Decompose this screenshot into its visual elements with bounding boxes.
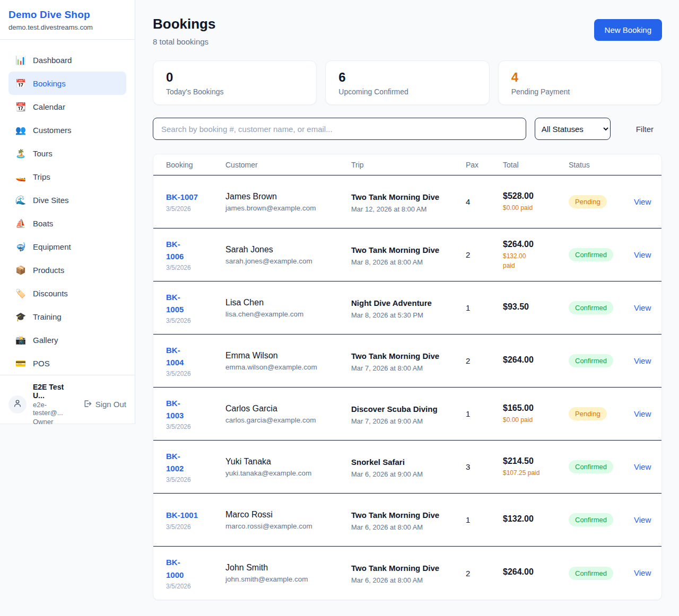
customer-cell: Carlos Garcia carlos.garcia@example.com — [225, 404, 351, 424]
trip-name: Snorkel Safari — [351, 456, 441, 469]
sidebar-item-customers[interactable]: 👥 Customers — [8, 118, 126, 142]
total-amount: $165.00 — [503, 403, 569, 413]
column-header-pax: Pax — [466, 161, 503, 169]
customer-name: Yuki Tanaka — [225, 457, 351, 467]
booking-id-link[interactable]: BK- 1003 — [166, 397, 184, 422]
booking-date: 3/5/2026 — [166, 370, 225, 377]
booking-id-link[interactable]: BK- 1002 — [166, 450, 184, 475]
total-amount: $528.00 — [503, 191, 569, 201]
customer-email: yuki.tanaka@example.com — [225, 469, 351, 477]
status-filter-select[interactable]: All Statuses — [535, 118, 611, 140]
table-row: BK- 1000 3/5/2026 John Smith john.smith@… — [153, 547, 661, 600]
trip-datetime: Mar 8, 2026 at 5:30 PM — [351, 311, 466, 319]
customer-name: Sarah Jones — [225, 245, 351, 254]
filter-button[interactable]: Filter — [619, 125, 662, 134]
booking-id-link[interactable]: BK-1001 — [166, 509, 198, 521]
trip-name: Discover Scuba Diving — [351, 403, 441, 416]
total-cell: $165.00 $0.00 paid — [503, 403, 569, 425]
status-cell: Confirmed — [569, 354, 634, 367]
customer-cell: Emma Wilson emma.wilson@example.com — [225, 351, 351, 371]
pax-count: 1 — [466, 303, 503, 312]
trip-name: Two Tank Morning Dive — [351, 562, 441, 575]
sidebar-item-dashboard[interactable]: 📊 Dashboard — [8, 48, 126, 72]
search-input[interactable] — [153, 118, 526, 140]
status-badge: Pending — [569, 407, 607, 420]
view-link[interactable]: View — [634, 409, 651, 418]
total-amount: $264.00 — [503, 355, 569, 365]
view-link[interactable]: View — [634, 197, 651, 206]
total-cell: $264.00 — [503, 355, 569, 367]
view-link[interactable]: View — [634, 356, 651, 365]
customer-cell: Yuki Tanaka yuki.tanaka@example.com — [225, 457, 351, 477]
page-title: Bookings — [153, 16, 215, 32]
customer-email: marco.rossi@example.com — [225, 522, 351, 530]
paid-amount: $0.00 paid — [503, 415, 561, 425]
sidebar-item-discounts[interactable]: 🏷️ Discounts — [8, 281, 126, 305]
stat-card-today: 0 Today's Bookings — [153, 60, 317, 105]
booking-id-link[interactable]: BK- 1004 — [166, 344, 184, 369]
view-link[interactable]: View — [634, 568, 651, 577]
trip-cell: Two Tank Morning Dive Mar 6, 2026 at 8:0… — [351, 509, 466, 531]
actions-cell: View — [634, 303, 651, 313]
sidebar-item-dive-sites[interactable]: 🌊 Dive Sites — [8, 188, 126, 212]
customer-name: Carlos Garcia — [225, 404, 351, 413]
trip-name: Two Tank Morning Dive — [351, 509, 441, 522]
view-link[interactable]: View — [634, 303, 651, 312]
customer-email: emma.wilson@example.com — [225, 363, 351, 371]
table-row: BK-1007 3/5/2026 James Brown james.brown… — [153, 175, 661, 228]
booking-date: 3/5/2026 — [166, 476, 225, 483]
booking-cell: BK- 1005 3/5/2026 — [166, 291, 225, 325]
view-link[interactable]: View — [634, 250, 651, 259]
customer-cell: James Brown james.brown@example.com — [225, 192, 351, 212]
view-link[interactable]: View — [634, 462, 651, 471]
customer-name: James Brown — [225, 192, 351, 201]
sidebar-item-pos[interactable]: 💳 POS — [8, 351, 126, 375]
pax-count: 2 — [466, 569, 503, 578]
status-badge: Confirmed — [569, 354, 613, 367]
new-booking-button[interactable]: New Booking — [594, 19, 662, 41]
island-icon: 🏝️ — [15, 148, 26, 159]
sign-out-button[interactable]: Sign Out — [83, 399, 126, 410]
booking-id-link[interactable]: BK-1007 — [166, 191, 198, 203]
trip-datetime: Mar 7, 2026 at 8:00 AM — [351, 364, 466, 372]
customer-name: Marco Rossi — [225, 510, 351, 520]
sidebar-item-products[interactable]: 📦 Products — [8, 258, 126, 281]
sidebar-item-equipment[interactable]: 🤿 Equipment — [8, 235, 126, 258]
wave-icon: 🌊 — [15, 195, 26, 205]
booking-id-link[interactable]: BK- 1005 — [166, 291, 184, 316]
column-header-booking: Booking — [166, 161, 225, 169]
booking-date: 3/5/2026 — [166, 317, 225, 324]
view-link[interactable]: View — [634, 515, 651, 524]
sidebar-item-gallery[interactable]: 📸 Gallery — [8, 328, 126, 351]
customer-cell: Sarah Jones sarah.jones@example.com — [225, 245, 351, 265]
sidebar-item-boats[interactable]: ⛵ Boats — [8, 212, 126, 235]
sidebar-item-training[interactable]: 🎓 Training — [8, 305, 126, 328]
customer-name: John Smith — [225, 563, 351, 573]
filter-bar: All Statuses Filter — [153, 118, 662, 140]
column-header-total: Total — [503, 161, 569, 169]
brand-header: Demo Dive Shop demo.test.divestreams.com — [0, 0, 135, 40]
user-email: e2e-tester@... — [33, 401, 76, 417]
status-badge: Confirmed — [569, 567, 613, 580]
sidebar-item-bookings[interactable]: 📅 Bookings — [8, 72, 126, 95]
table-row: BK- 1003 3/5/2026 Carlos Garcia carlos.g… — [153, 388, 661, 441]
sidebar-item-calendar[interactable]: 📆 Calendar — [8, 95, 126, 118]
user-footer: E2E Test U... e2e-tester@... Owner Sign … — [0, 375, 135, 434]
nav-label: Gallery — [33, 336, 58, 345]
nav-label: Boats — [33, 219, 53, 228]
booking-id-link[interactable]: BK- 1006 — [166, 238, 184, 263]
sidebar-item-tours[interactable]: 🏝️ Tours — [8, 142, 126, 165]
sidebar-item-trips[interactable]: 🚤 Trips — [8, 165, 126, 188]
graduation-cap-icon: 🎓 — [15, 312, 26, 322]
actions-cell: View — [634, 197, 651, 207]
booking-id-link[interactable]: BK- 1000 — [166, 556, 184, 581]
user-name: E2E Test U... — [33, 383, 76, 400]
bar-chart-icon: 📊 — [15, 55, 26, 65]
customer-cell: Lisa Chen lisa.chen@example.com — [225, 298, 351, 318]
table-row: BK- 1004 3/5/2026 Emma Wilson emma.wilso… — [153, 335, 661, 388]
table-header-row: Booking Customer Trip Pax Total Status — [153, 154, 661, 175]
status-cell: Pending — [569, 195, 634, 208]
stat-label: Upcoming Confirmed — [338, 87, 476, 96]
total-cell: $264.00 — [503, 567, 569, 579]
speedboat-icon: 🚤 — [15, 172, 26, 182]
